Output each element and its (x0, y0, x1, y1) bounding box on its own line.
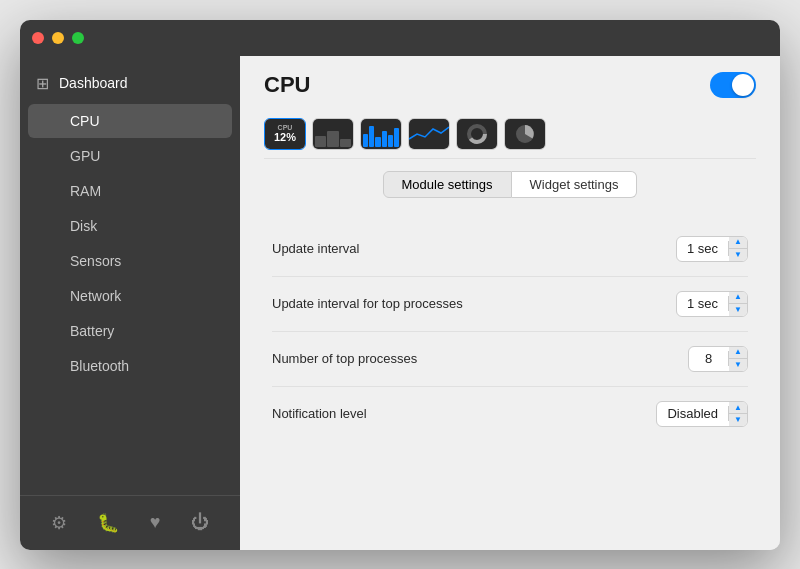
chart-bar-5 (388, 135, 393, 147)
update-interval-arrows: ▲ ▼ (729, 237, 747, 261)
area-chart-content (409, 119, 449, 149)
sidebar-bluetooth-label: Bluetooth (70, 358, 129, 374)
heart-icon[interactable]: ♥ (146, 508, 165, 537)
num-processes-control: 8 ▲ ▼ (688, 346, 748, 372)
widget-preview-minibar[interactable] (312, 118, 354, 150)
pie-svg (514, 123, 536, 145)
num-processes-arrows: ▲ ▼ (729, 347, 747, 371)
update-interval-control: 1 sec ▲ ▼ (676, 236, 748, 262)
update-interval-label: Update interval (272, 241, 359, 256)
update-interval-down[interactable]: ▼ (729, 249, 747, 261)
donut-svg (465, 122, 489, 146)
main-content: ⊞ Dashboard CPU GPU RAM Disk Sensors (20, 56, 780, 550)
settings-body: Update interval 1 sec ▲ ▼ Update inter (240, 206, 780, 550)
tab-module-settings[interactable]: Module settings (383, 171, 512, 198)
sidebar-top: ⊞ Dashboard CPU GPU RAM Disk Sensors (20, 56, 240, 495)
sidebar-network-label: Network (70, 288, 121, 304)
update-interval-top-stepper[interactable]: 1 sec ▲ ▼ (676, 291, 748, 317)
notification-arrows: ▲ ▼ (729, 402, 747, 426)
setting-row-num-processes: Number of top processes 8 ▲ ▼ (272, 332, 748, 387)
grid-icon: ⊞ (36, 74, 49, 93)
widget-preview-chart[interactable] (360, 118, 402, 150)
update-interval-up[interactable]: ▲ (729, 237, 747, 250)
widget-preview-pie[interactable] (504, 118, 546, 150)
widget-text-content: CPU 12% (265, 119, 305, 149)
sidebar-item-dashboard[interactable]: ⊞ Dashboard (20, 64, 240, 103)
area-chart-svg (409, 119, 449, 149)
update-interval-top-control: 1 sec ▲ ▼ (676, 291, 748, 317)
sidebar: ⊞ Dashboard CPU GPU RAM Disk Sensors (20, 56, 240, 550)
notification-down[interactable]: ▼ (729, 414, 747, 426)
sidebar-battery-label: Battery (70, 323, 114, 339)
chart-bar-4 (382, 131, 387, 147)
update-interval-top-label: Update interval for top processes (272, 296, 463, 311)
sidebar-ram-label: RAM (70, 183, 101, 199)
titlebar (20, 20, 780, 56)
widget-preview-text[interactable]: CPU 12% (264, 118, 306, 150)
traffic-lights (32, 32, 84, 44)
widget-preview-donut[interactable] (456, 118, 498, 150)
widget-preview-area[interactable] (408, 118, 450, 150)
sidebar-disk-label: Disk (70, 218, 97, 234)
setting-row-notification: Notification level Disabled ▲ ▼ (272, 387, 748, 441)
num-processes-down[interactable]: ▼ (729, 359, 747, 371)
chart-bar-6 (394, 128, 399, 146)
sidebar-item-network[interactable]: Network (28, 279, 232, 313)
notification-value: Disabled (657, 406, 729, 421)
toggle-knob (732, 74, 754, 96)
sidebar-item-disk[interactable]: Disk (28, 209, 232, 243)
tab-widget-settings[interactable]: Widget settings (512, 171, 638, 198)
notification-up[interactable]: ▲ (729, 402, 747, 415)
num-processes-stepper[interactable]: 8 ▲ ▼ (688, 346, 748, 372)
notification-label: Notification level (272, 406, 367, 421)
power-icon[interactable]: ⏻ (187, 508, 213, 537)
bug-icon[interactable]: 🐛 (93, 508, 123, 538)
setting-row-update-interval: Update interval 1 sec ▲ ▼ (272, 222, 748, 277)
update-interval-top-value: 1 sec (677, 296, 729, 311)
close-button[interactable] (32, 32, 44, 44)
sidebar-sensors-label: Sensors (70, 253, 121, 269)
update-interval-top-arrows: ▲ ▼ (729, 292, 747, 316)
donut-content (457, 119, 497, 149)
mini-bar-1 (315, 136, 326, 146)
update-interval-value: 1 sec (677, 241, 729, 256)
update-interval-top-down[interactable]: ▼ (729, 304, 747, 316)
widget-previews: CPU 12% (240, 110, 780, 158)
content-area: CPU CPU 12% (240, 56, 780, 550)
widget-cpu-value: 12% (274, 131, 296, 143)
pie-content (505, 119, 545, 149)
chart-bar-2 (369, 126, 374, 147)
content-header: CPU (240, 56, 780, 110)
num-processes-up[interactable]: ▲ (729, 347, 747, 360)
app-window: ⊞ Dashboard CPU GPU RAM Disk Sensors (20, 20, 780, 550)
sidebar-item-sensors[interactable]: Sensors (28, 244, 232, 278)
widget-chart-content (361, 119, 401, 149)
num-processes-value: 8 (689, 351, 729, 366)
dashboard-label: Dashboard (59, 75, 128, 91)
sidebar-item-gpu[interactable]: GPU (28, 139, 232, 173)
tabs-row: Module settings Widget settings (240, 159, 780, 206)
sidebar-gpu-label: GPU (70, 148, 100, 164)
widget-cpu-label: CPU (278, 124, 293, 131)
chart-bar-3 (375, 137, 380, 146)
mini-bar-2 (327, 131, 338, 147)
page-title: CPU (264, 72, 310, 98)
mini-bar-3 (340, 139, 351, 147)
sidebar-item-battery[interactable]: Battery (28, 314, 232, 348)
sidebar-item-ram[interactable]: RAM (28, 174, 232, 208)
sidebar-bottom: ⚙ 🐛 ♥ ⏻ (20, 495, 240, 550)
maximize-button[interactable] (72, 32, 84, 44)
widget-minibar-content (313, 119, 353, 149)
notification-control: Disabled ▲ ▼ (656, 401, 748, 427)
num-processes-label: Number of top processes (272, 351, 417, 366)
settings-icon[interactable]: ⚙ (47, 508, 71, 538)
notification-dropdown[interactable]: Disabled ▲ ▼ (656, 401, 748, 427)
setting-row-update-interval-top: Update interval for top processes 1 sec … (272, 277, 748, 332)
sidebar-item-cpu[interactable]: CPU (28, 104, 232, 138)
sidebar-item-bluetooth[interactable]: Bluetooth (28, 349, 232, 383)
sidebar-cpu-label: CPU (70, 113, 100, 129)
update-interval-stepper[interactable]: 1 sec ▲ ▼ (676, 236, 748, 262)
module-toggle[interactable] (710, 72, 756, 98)
minimize-button[interactable] (52, 32, 64, 44)
update-interval-top-up[interactable]: ▲ (729, 292, 747, 305)
